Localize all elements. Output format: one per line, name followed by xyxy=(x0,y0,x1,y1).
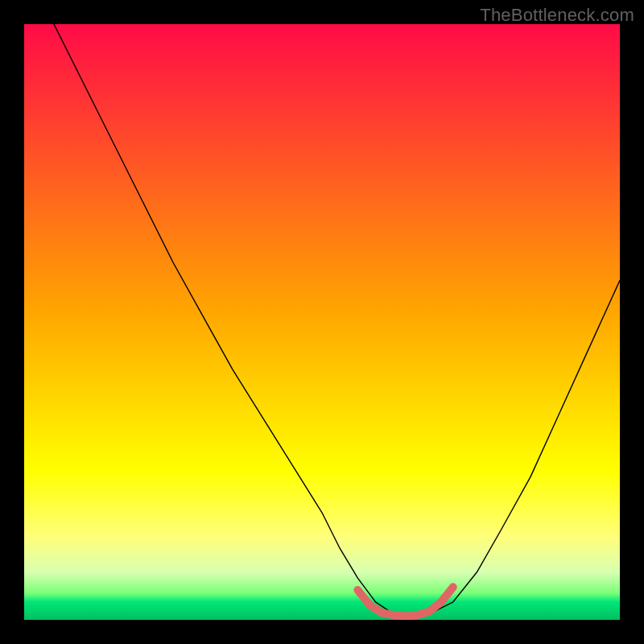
chart-svg xyxy=(24,24,620,620)
chart-container: TheBottleneck.com xyxy=(0,0,644,644)
plot-area xyxy=(24,24,620,620)
watermark-text: TheBottleneck.com xyxy=(480,5,634,26)
heat-gradient-bg xyxy=(24,24,620,620)
